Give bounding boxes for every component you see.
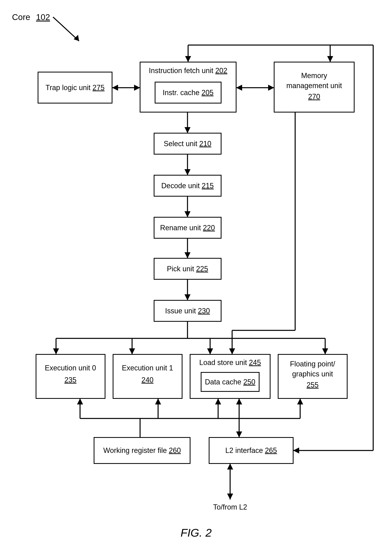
arrow-ifu-mmu [236,85,274,91]
tlu-label: Trap logic unit [46,84,91,92]
svg-marker-68 [236,431,242,437]
svg-marker-51 [322,348,328,354]
exu0-label: Execution unit 0 [45,364,96,372]
rename-box: Rename unit 220 [154,217,221,238]
svg-marker-31 [268,85,274,91]
wrf-ref: 260 [169,446,181,455]
icache-ref: 205 [202,88,214,97]
svg-text:Trap logic unit
       
      : Trap logic unit 275 [46,84,105,92]
title-arrow-head [74,35,79,41]
fgu-l2: graphics unit [292,370,333,378]
svg-marker-62 [215,399,221,404]
svg-marker-47 [129,348,135,354]
arrow-units-wrf [77,399,303,437]
lsu-label: Load store unit [199,358,247,367]
title-group: Core 102 [12,12,79,41]
select-ref: 210 [199,140,211,148]
fgu-l1: Floating point/ [290,360,335,368]
rename-ref: 220 [203,224,215,232]
tofrom-label: To/from L2 [213,503,247,511]
decode-box: Decode unit 215 [154,175,221,196]
svg-marker-30 [236,85,242,91]
title-label: Core [12,12,30,22]
arrow-decode-rename [184,196,190,217]
select-label: Select unit [164,140,197,148]
svg-text:Rename unit
        
      220: Rename unit 220 [160,224,215,232]
arrow-select-decode [184,154,190,175]
dcache-label: Data cache [205,378,241,386]
arrow-ifu-select [184,112,190,133]
title-arrow-line [53,17,79,41]
figure-label: FIG. 2 [181,526,212,539]
icache-label: Instr. cache [163,88,200,97]
mmu-ref: 270 [308,93,320,101]
svg-marker-28 [134,85,140,91]
pick-ref: 225 [196,265,208,273]
exu0-ref: 235 [64,376,77,384]
svg-text:Decode unit
        
      215: Decode unit 215 [161,182,214,190]
svg-marker-41 [184,294,190,300]
arrow-rename-pick [184,238,190,258]
svg-text:Data cache
       
      250: Data cache 250 [205,378,255,386]
svg-marker-58 [77,399,83,404]
mmu-box: Memory management unit 270 [274,62,354,112]
svg-text:Pick unit
        
      225: Pick unit 225 [167,265,208,273]
decode-label: Decode unit [161,182,200,190]
svg-marker-45 [53,348,59,354]
title-ref: 102 [36,12,50,22]
dcache-ref: 250 [243,378,255,386]
select-box: Select unit 210 [154,133,221,154]
mmu-l2: management unit [286,81,342,90]
ifu-ref: 202 [215,66,227,75]
wrf-box: Working register file 260 [94,437,190,463]
fgu-ref: 255 [307,381,319,389]
exu0-box: Execution unit 0 235 [36,354,105,399]
svg-text:Issue unit
        
      230: Issue unit 230 [165,307,210,315]
fgu-box: Floating point/ graphics unit 255 [278,354,347,399]
diagram-canvas: Core 102 Instruction fetch unit 202 Inst… [0,0,392,549]
svg-marker-64 [297,399,303,404]
pick-box: Pick unit 225 [154,258,221,279]
l2i-label: L2 interface [225,446,263,455]
pick-label: Pick unit [167,265,194,273]
svg-marker-67 [236,399,242,404]
svg-marker-39 [184,252,190,258]
svg-marker-55 [229,348,235,354]
mmu-l1: Memory [301,71,327,80]
svg-marker-37 [184,211,190,217]
l2i-ref: 265 [265,446,277,455]
svg-marker-73 [293,448,299,454]
tlu-ref: 275 [92,84,105,92]
arrow-tlu-ifu [112,85,140,91]
svg-marker-60 [155,399,161,404]
svg-marker-77 [185,56,191,62]
l2i-box: L2 interface 265 [209,437,293,463]
lsu-box: Load store unit 245 Data cache 250 [190,354,270,399]
lsu-ref: 245 [249,358,261,367]
svg-text:Instruction fetch unit
       : Instruction fetch unit 202 [149,66,227,75]
wrf-label: Working register file [103,446,167,455]
exu1-box: Execution unit 1 240 [113,354,182,399]
issue-label: Issue unit [165,307,196,315]
svg-text:Working register file
       
: Working register file 260 [103,446,181,455]
arrow-l2i-ext [227,463,233,499]
arrow-issue-bus [53,321,328,354]
svg-marker-79 [327,56,333,62]
svg-marker-71 [227,493,233,499]
svg-marker-35 [184,169,190,175]
svg-marker-27 [112,85,118,91]
svg-marker-70 [227,463,233,470]
svg-marker-49 [207,348,213,354]
exu1-label: Execution unit 1 [122,364,173,372]
svg-text:Load store unit
       
      : Load store unit 245 [199,358,261,367]
ifu-label: Instruction fetch unit [149,66,213,75]
exu1-ref: 240 [141,376,154,384]
ifu-box: Instruction fetch unit 202 Instr. cache … [140,62,236,112]
svg-text:L2 interface
       
      265: L2 interface 265 [225,446,277,455]
arrow-pick-issue [184,279,190,300]
rename-label: Rename unit [160,224,201,232]
tlu-box: Trap logic unit 275 [38,72,112,103]
svg-text:Instr. cache
       
      205: Instr. cache 205 [163,88,214,97]
svg-text:Select unit
        
      210: Select unit 210 [164,140,211,148]
issue-ref: 230 [198,307,210,315]
